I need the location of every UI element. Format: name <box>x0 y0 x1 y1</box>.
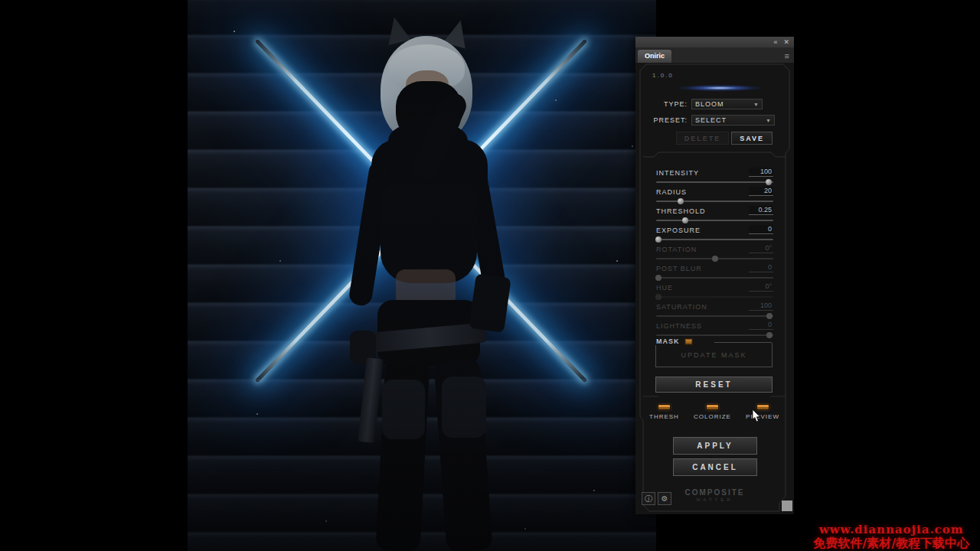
slider-row: INTENSITY100 <box>656 167 773 186</box>
mask-section: MASK UPDATE MASK <box>655 343 773 367</box>
slider-thumb <box>766 313 773 319</box>
toggle-colorize[interactable]: COLORIZE <box>694 404 731 420</box>
slider-track <box>656 296 773 298</box>
slider-row: EXPOSURE0 <box>656 224 773 243</box>
toggle-indicator[interactable] <box>706 404 719 410</box>
lens-flare-logo <box>666 80 773 96</box>
slider-value: 0 <box>749 263 773 272</box>
toggle-preview[interactable]: PREVIEW <box>746 404 779 420</box>
slider-thumb[interactable] <box>678 198 684 204</box>
toggle-label: THRESH <box>649 413 679 420</box>
toggles-row: THRESHCOLORIZEPREVIEW <box>649 404 779 420</box>
toggle-label: PREVIEW <box>746 413 779 420</box>
resize-grip[interactable] <box>782 500 792 511</box>
slider-value: 0° <box>749 282 773 292</box>
thigh-pad-left <box>382 380 425 439</box>
preset-value: SELECT <box>695 116 766 124</box>
type-label: TYPE: <box>635 100 688 108</box>
slider-label: THRESHOLD <box>656 207 706 215</box>
slider-value: 0° <box>749 244 773 253</box>
panel-tabbar: Oniric ≡ <box>635 47 794 63</box>
toggle-indicator[interactable] <box>756 404 769 410</box>
slider-value: 0 <box>749 321 773 330</box>
slider-track <box>656 315 773 317</box>
slider-track <box>656 277 773 279</box>
slider-row: LIGHTNESS0 <box>656 320 773 339</box>
watermark: www.diannaojia.com 免费软件/素材/教程下载中心 <box>813 523 969 549</box>
slider-track[interactable] <box>656 220 773 221</box>
slider-label: HUE <box>656 284 673 292</box>
slider-label: POST BLUR <box>656 265 702 272</box>
close-panel-icon[interactable]: ✕ <box>783 39 789 46</box>
slider-label: EXPOSURE <box>656 227 701 234</box>
slider-thumb <box>655 275 662 281</box>
settings-icon[interactable]: ⚙ <box>658 492 671 505</box>
toggle-label: COLORIZE <box>694 413 731 420</box>
thigh-pad-right <box>442 377 486 438</box>
slider-thumb[interactable] <box>655 236 662 243</box>
gun <box>358 357 383 443</box>
slider-label: LIGHTNESS <box>656 322 702 330</box>
watermark-url: www.diannaojia.com <box>813 523 969 536</box>
preset-dropdown[interactable]: SELECT ▼ <box>691 115 775 126</box>
slider-thumb <box>766 332 773 338</box>
preset-label: PRESET: <box>635 116 688 124</box>
oniric-plugin-panel: « ✕ Oniric ≡ 1.0.0 TYPE: BLOOM ▼ <box>635 37 794 514</box>
info-icon[interactable]: ⓘ <box>642 492 655 505</box>
collapse-panel-icon[interactable]: « <box>773 39 777 46</box>
panel-titlebar: « ✕ <box>635 37 794 47</box>
slider-label: INTENSITY <box>656 169 699 177</box>
panel-content: 1.0.0 TYPE: BLOOM ▼ PRESET: SELECT ▼ DEL… <box>635 63 794 514</box>
sliders-group: INTENSITY100RADIUS20THRESHOLD0.25EXPOSUR… <box>656 167 773 339</box>
slider-value: 100 <box>749 302 773 311</box>
torso <box>381 184 477 283</box>
slider-row: RADIUS20 <box>656 186 773 205</box>
toggle-indicator[interactable] <box>658 404 671 410</box>
toggle-thresh[interactable]: THRESH <box>649 404 679 420</box>
slider-thumb[interactable] <box>766 179 772 185</box>
slider-value: 0 <box>749 225 773 234</box>
slider-track[interactable] <box>656 239 773 240</box>
reset-button[interactable]: RESET <box>655 377 773 393</box>
watermark-caption: 免费软件/素材/教程下载中心 <box>813 536 969 549</box>
slider-thumb <box>655 294 662 300</box>
character-figure <box>188 0 656 551</box>
slider-label: ROTATION <box>656 246 697 253</box>
slider-thumb[interactable] <box>682 217 688 223</box>
apply-button[interactable]: APPLY <box>673 437 757 455</box>
preset-row: PRESET: SELECT ▼ <box>635 115 794 126</box>
slider-row: ROTATION0° <box>656 243 773 262</box>
type-value: BLOOM <box>695 100 753 108</box>
slider-track[interactable] <box>656 201 773 202</box>
slider-row: THRESHOLD0.25 <box>656 205 773 224</box>
hip-pouch <box>469 273 511 333</box>
slider-row: POST BLUR0 <box>656 262 773 282</box>
panel-menu-icon[interactable]: ≡ <box>785 49 789 63</box>
footer-icons: ⓘ ⚙ <box>642 492 671 505</box>
slider-value: 0.25 <box>749 206 773 215</box>
type-dropdown[interactable]: BLOOM ▼ <box>691 99 763 109</box>
slider-track <box>656 334 773 336</box>
slider-row: SATURATION100 <box>656 301 773 320</box>
slider-thumb <box>712 256 718 262</box>
delete-button: DELETE <box>676 132 730 145</box>
cancel-button[interactable]: CANCEL <box>673 458 757 476</box>
slider-label: SATURATION <box>656 303 707 311</box>
update-mask-button: UPDATE MASK <box>656 343 772 367</box>
slider-row: HUE0° <box>656 282 773 301</box>
canvas-image[interactable] <box>188 0 656 551</box>
slider-label: RADIUS <box>656 188 687 196</box>
slider-value: 100 <box>749 168 773 177</box>
slider-value: 20 <box>749 187 773 196</box>
chevron-down-icon: ▼ <box>753 102 759 107</box>
type-row: TYPE: BLOOM ▼ <box>635 99 794 109</box>
screen: « ✕ Oniric ≡ 1.0.0 TYPE: BLOOM ▼ <box>0 0 980 551</box>
slider-track <box>656 258 773 259</box>
save-button[interactable]: SAVE <box>731 132 773 145</box>
version-label: 1.0.0 <box>652 72 674 79</box>
chevron-down-icon: ▼ <box>766 118 771 123</box>
tab-oniric[interactable]: Oniric <box>638 50 671 63</box>
slider-track[interactable] <box>656 181 773 183</box>
preset-buttons: DELETE SAVE <box>635 132 773 145</box>
